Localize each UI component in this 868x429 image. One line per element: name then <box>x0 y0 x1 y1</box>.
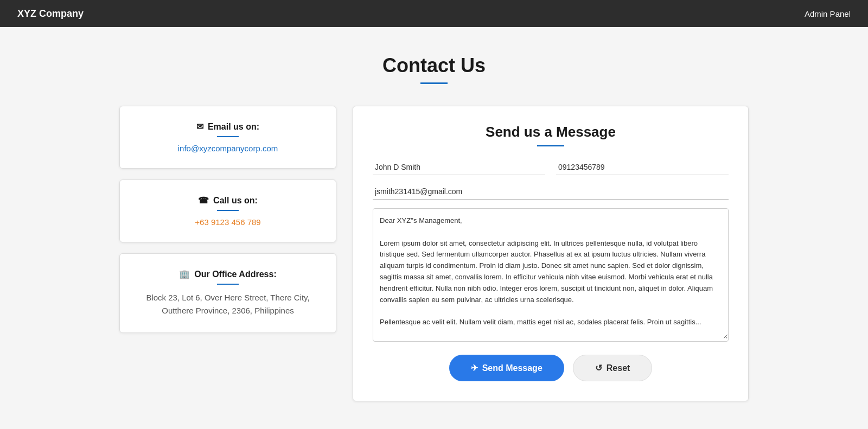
reset-button[interactable]: ↺ Reset <box>573 355 653 381</box>
email-card-underline <box>217 136 239 137</box>
send-message-button[interactable]: ✈ Send Message <box>449 355 564 381</box>
title-underline <box>420 82 448 84</box>
address-icon: 🏢 <box>179 269 190 279</box>
phone-card-title: ☎ Call us on: <box>131 195 325 206</box>
address-value: Block 23, Lot 6, Over Here Street, There… <box>131 291 325 317</box>
navbar: XYZ Company Admin Panel <box>0 0 868 27</box>
reset-icon: ↺ <box>595 363 602 373</box>
contact-layout: ✉ Email us on: info@xyzcompanycorp.com ☎… <box>119 106 749 401</box>
send-icon: ✈ <box>471 363 478 373</box>
page-title: Contact Us <box>119 54 749 77</box>
address-card: 🏢 Our Office Address: Block 23, Lot 6, O… <box>119 253 336 333</box>
msg-underline <box>537 145 564 146</box>
address-card-underline <box>217 284 239 285</box>
message-textarea-wrap: Dear XYZ''s Management, Lorem ipsum dolo… <box>373 208 729 342</box>
page-content: Contact Us ✉ Email us on: info@xyzcompan… <box>108 27 760 423</box>
message-textarea[interactable]: Dear XYZ''s Management, Lorem ipsum dolo… <box>373 209 728 339</box>
send-label: Send Message <box>482 363 542 373</box>
message-box: Send us a Message Dear XYZ''s Management… <box>353 106 749 401</box>
name-phone-row <box>373 159 729 175</box>
email-value[interactable]: info@xyzcompanycorp.com <box>131 144 325 153</box>
phone-value[interactable]: +63 9123 456 789 <box>131 217 325 227</box>
name-input[interactable] <box>373 159 545 175</box>
phone-card-underline <box>217 210 239 211</box>
reset-label: Reset <box>607 363 630 373</box>
phone-card: ☎ Call us on: +63 9123 456 789 <box>119 180 336 242</box>
phone-icon: ☎ <box>198 195 209 206</box>
msg-title: Send us a Message <box>373 124 729 140</box>
address-card-title: 🏢 Our Office Address: <box>131 269 325 279</box>
navbar-brand: XYZ Company <box>17 8 84 20</box>
email-input[interactable] <box>373 184 729 200</box>
admin-panel-link[interactable]: Admin Panel <box>805 9 851 18</box>
phone-input[interactable] <box>556 159 729 175</box>
email-card-title: ✉ Email us on: <box>131 121 325 132</box>
msg-title-wrap: Send us a Message <box>373 124 729 146</box>
page-title-wrap: Contact Us <box>119 54 749 84</box>
form-buttons: ✈ Send Message ↺ Reset <box>373 355 729 381</box>
contact-cards: ✉ Email us on: info@xyzcompanycorp.com ☎… <box>119 106 336 333</box>
email-icon: ✉ <box>196 121 203 132</box>
email-card: ✉ Email us on: info@xyzcompanycorp.com <box>119 106 336 169</box>
